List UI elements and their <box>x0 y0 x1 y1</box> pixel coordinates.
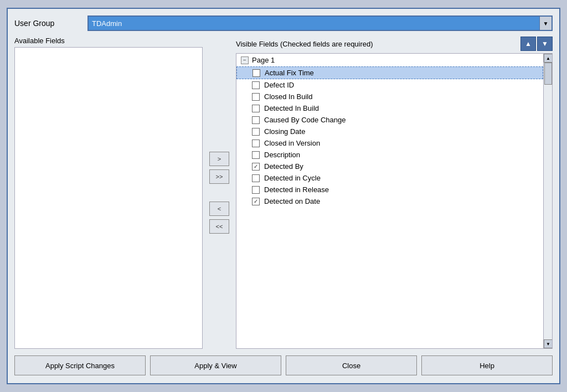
footer-row: Apply Script Changes Apply & View Close … <box>14 354 553 376</box>
scroll-track <box>544 63 552 339</box>
field-checkbox[interactable]: ✓ <box>252 198 260 205</box>
user-group-label: User Group <box>14 19 81 28</box>
field-row[interactable]: Closed in Version <box>236 137 543 149</box>
add-button[interactable]: > <box>209 152 229 166</box>
field-name: Closed In Build <box>264 92 312 101</box>
field-row[interactable]: Closed In Build <box>236 91 543 102</box>
close-button[interactable]: Close <box>286 355 417 375</box>
field-name: Detected In Build <box>264 104 319 112</box>
help-button[interactable]: Help <box>421 355 553 375</box>
field-checkbox[interactable] <box>252 69 260 77</box>
field-name: Caused By Code Change <box>264 116 346 124</box>
remove-button[interactable]: < <box>209 202 229 216</box>
user-group-dropdown[interactable]: TDAdmin ▼ <box>87 16 553 31</box>
remove-all-button[interactable]: << <box>209 219 229 234</box>
add-all-button[interactable]: >> <box>209 169 229 184</box>
field-row[interactable]: Defect ID <box>236 79 543 91</box>
up-down-buttons: ▲ ▼ <box>520 37 553 51</box>
field-checkbox[interactable] <box>252 151 260 159</box>
apply-script-button[interactable]: Apply Script Changes <box>14 355 146 375</box>
field-checkbox[interactable] <box>252 105 260 112</box>
move-up-button[interactable]: ▲ <box>520 37 536 51</box>
field-name: Detected on Date <box>264 197 320 205</box>
left-panel: Available Fields <box>14 37 203 349</box>
page-label: Page 1 <box>252 56 275 64</box>
scroll-thumb <box>544 63 552 85</box>
fields-list-container: − Page 1 Actual Fix TimeDefect IDClosed … <box>236 53 553 349</box>
fields-list: − Page 1 Actual Fix TimeDefect IDClosed … <box>236 54 543 348</box>
field-row[interactable]: Closing Date <box>236 126 543 137</box>
collapse-button[interactable]: − <box>241 56 249 64</box>
main-area: Available Fields > >> < << Visible Field… <box>14 37 553 349</box>
field-row[interactable]: Description <box>236 149 543 161</box>
scrollbar[interactable]: ▲ ▼ <box>543 54 552 348</box>
field-checkbox[interactable]: ✓ <box>252 163 260 171</box>
field-checkbox[interactable] <box>252 186 260 194</box>
field-name: Defect ID <box>264 81 294 89</box>
field-name: Description <box>264 151 300 159</box>
field-row[interactable]: Detected In Build <box>236 102 543 114</box>
field-checkbox[interactable] <box>252 128 260 136</box>
scroll-up-button[interactable]: ▲ <box>544 54 553 63</box>
field-name: Detected in Release <box>264 185 329 194</box>
scroll-down-button[interactable]: ▼ <box>544 339 553 348</box>
field-row[interactable]: ✓Detected By <box>236 161 543 172</box>
field-row[interactable]: Caused By Code Change <box>236 114 543 126</box>
field-row[interactable]: Actual Fix Time <box>236 66 543 79</box>
dialog: User Group TDAdmin ▼ Available Fields > … <box>7 8 560 384</box>
field-checkbox[interactable] <box>252 81 260 89</box>
field-checkbox[interactable] <box>252 174 260 182</box>
move-down-button[interactable]: ▼ <box>537 37 553 51</box>
middle-buttons: > >> < << <box>207 37 231 349</box>
visible-fields-header: Visible Fields (Checked fields are requi… <box>236 37 553 51</box>
field-name: Actual Fix Time <box>265 69 314 77</box>
field-row[interactable]: Detected in Cycle <box>236 172 543 184</box>
apply-view-button[interactable]: Apply & View <box>150 355 281 375</box>
field-checkbox[interactable] <box>252 93 260 101</box>
field-row[interactable]: Detected in Release <box>236 184 543 195</box>
dropdown-arrow-icon[interactable]: ▼ <box>539 17 551 30</box>
header-row: User Group TDAdmin ▼ <box>14 16 553 31</box>
field-name: Closed in Version <box>264 139 320 147</box>
page-header: − Page 1 <box>236 54 543 66</box>
field-row[interactable]: ✓Detected on Date <box>236 195 543 207</box>
field-name: Closing Date <box>264 127 305 136</box>
right-panel: Visible Fields (Checked fields are requi… <box>236 37 553 349</box>
field-name: Detected By <box>264 162 303 171</box>
field-checkbox[interactable] <box>252 116 260 124</box>
visible-fields-label: Visible Fields (Checked fields are requi… <box>236 40 373 48</box>
field-checkbox[interactable] <box>252 140 260 147</box>
available-fields-label: Available Fields <box>14 37 203 45</box>
field-name: Detected in Cycle <box>264 174 321 182</box>
available-fields-box <box>14 47 203 349</box>
dropdown-value: TDAdmin <box>89 17 539 30</box>
